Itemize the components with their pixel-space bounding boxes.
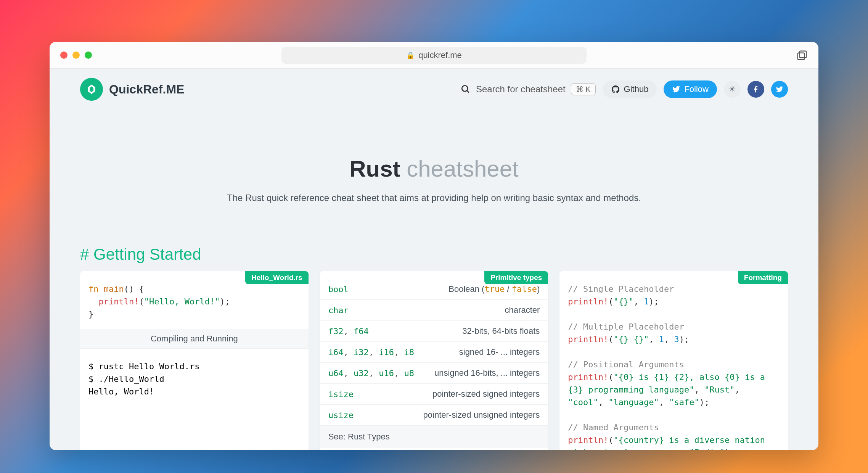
browser-chrome: 🔒 quickref.me (50, 42, 818, 69)
page-subtitle: The Rust quick reference cheat sheet tha… (50, 193, 818, 203)
brand-logo-icon (80, 78, 103, 101)
follow-button[interactable]: Follow (664, 80, 717, 98)
follow-label: Follow (684, 84, 709, 94)
twitter-icon (776, 85, 783, 93)
maximize-window-button[interactable] (85, 51, 92, 59)
type-row: i64, i32, i16, i8 signed 16- ... integer… (320, 342, 548, 363)
theme-toggle[interactable]: ☀ (724, 81, 741, 98)
close-window-button[interactable] (60, 51, 68, 59)
traffic-lights (60, 51, 92, 59)
type-row: isize pointer-sized signed integers (320, 384, 548, 405)
facebook-icon (752, 85, 760, 93)
card-footer[interactable]: See: Rust Types (320, 426, 548, 448)
browser-window: 🔒 quickref.me QuickRef.ME Search for che… (50, 42, 818, 450)
url-bar[interactable]: 🔒 quickref.me (281, 47, 587, 64)
card-tag: Hello_World.rs (245, 271, 309, 284)
type-row: u64, u32, u16, u8 unsigned 16-bits, ... … (320, 363, 548, 384)
title-muted: cheatsheet (407, 156, 519, 182)
title-main: Rust (349, 156, 400, 182)
svg-rect-1 (798, 53, 805, 60)
brand-name: QuickRef.ME (109, 82, 184, 97)
svg-line-3 (467, 90, 469, 92)
search-trigger[interactable]: Search for cheatsheet ⌘ K (461, 83, 596, 95)
card-formatting: Formatting // Single Placeholder println… (559, 271, 788, 450)
type-row: char character (320, 300, 548, 321)
lock-icon: 🔒 (406, 51, 415, 60)
facebook-button[interactable] (747, 81, 764, 98)
site-header: QuickRef.ME Search for cheatsheet ⌘ K Gi… (50, 69, 818, 110)
type-row: usize pointer-sized unsigned integers (320, 405, 548, 426)
search-icon (461, 84, 471, 94)
card-tag: Formatting (738, 271, 788, 284)
search-kbd: ⌘ K (571, 83, 596, 95)
section-heading: # Getting Started (50, 226, 818, 271)
hero: Rust cheatsheet The Rust quick reference… (50, 110, 818, 226)
code-block: // Single Placeholder println!("{}", 1);… (559, 271, 788, 450)
github-button[interactable]: Github (603, 80, 657, 98)
card-tag: Primitive types (484, 271, 548, 284)
url-text: quickref.me (418, 50, 462, 60)
twitter-button[interactable] (771, 81, 788, 98)
github-label: Github (624, 84, 649, 94)
page-title: Rust cheatsheet (50, 156, 818, 182)
svg-rect-0 (800, 51, 807, 58)
github-icon (611, 85, 620, 94)
cards-row: Hello_World.rs fn main() { println!("Hel… (50, 271, 818, 450)
card-subhead: Compiling and Running (80, 329, 309, 349)
search-placeholder: Search for cheatsheet (476, 84, 566, 95)
card-hello-world: Hello_World.rs fn main() { println!("Hel… (80, 271, 309, 450)
type-row: f32, f64 32-bits, 64-bits floats (320, 321, 548, 342)
header-right: Search for cheatsheet ⌘ K Github Follow … (461, 80, 788, 98)
twitter-icon (672, 85, 680, 93)
sun-icon: ☀ (728, 84, 736, 94)
svg-point-2 (462, 85, 468, 91)
page-content: QuickRef.ME Search for cheatsheet ⌘ K Gi… (50, 69, 818, 450)
card-primitive-types: Primitive types bool Boolean (true / fal… (320, 271, 548, 450)
code-output: $ rustc Hello_World.rs $ ./Hello_World H… (80, 349, 309, 406)
minimize-window-button[interactable] (72, 51, 80, 59)
tabs-icon[interactable] (796, 50, 808, 61)
brand[interactable]: QuickRef.ME (80, 78, 184, 101)
